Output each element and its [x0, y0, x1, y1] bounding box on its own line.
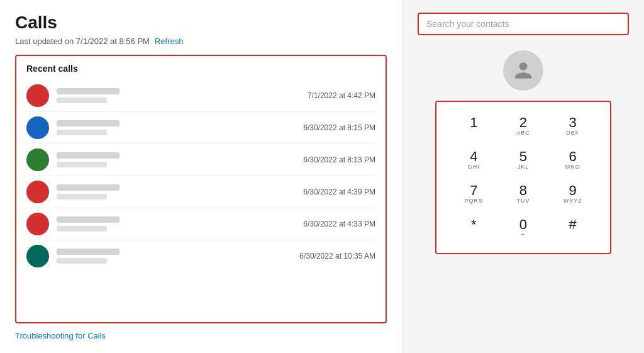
- call-info: [57, 120, 303, 135]
- dialpad-key-1[interactable]: 1: [449, 109, 499, 143]
- dialpad-key-5[interactable]: 5 JKL: [499, 143, 548, 177]
- dialpad-key-4[interactable]: 4 GHI: [449, 143, 499, 177]
- dialpad-key-3[interactable]: 3 DEF: [548, 109, 597, 143]
- call-item[interactable]: 6/30/2022 at 4:33 PM: [26, 208, 375, 240]
- key-number: *: [471, 218, 477, 232]
- call-name: [57, 249, 119, 255]
- key-letters: PQRS: [465, 198, 484, 205]
- call-name: [57, 152, 119, 159]
- key-letters: JKL: [518, 164, 530, 171]
- key-number: 3: [569, 116, 577, 130]
- key-number: 9: [569, 184, 577, 198]
- call-item[interactable]: 6/30/2022 at 8:15 PM: [26, 112, 375, 144]
- key-number: #: [569, 218, 577, 232]
- dialpad-key-9[interactable]: 9 WXYZ: [548, 177, 597, 211]
- dialpad: 1 2 ABC 3 DEF 4 GHI 5 JKL 6 MNO 7 PQRS 8…: [435, 101, 611, 254]
- dialpad-key-0[interactable]: 0 +: [499, 211, 548, 245]
- call-name: [57, 216, 119, 223]
- call-info: [57, 249, 299, 264]
- calls-list: 7/1/2022 at 4:42 PM 6/30/2022 at 8:15 PM…: [26, 80, 375, 272]
- key-number: 5: [519, 150, 527, 164]
- dialpad-key-#[interactable]: #: [548, 211, 597, 245]
- key-letters: ABC: [516, 130, 530, 137]
- call-info: [57, 152, 303, 167]
- recent-calls-box: Recent calls 7/1/2022 at 4:42 PM 6/30/20…: [15, 55, 387, 323]
- key-number: 0: [519, 218, 527, 232]
- recent-calls-title: Recent calls: [26, 64, 375, 74]
- last-updated-row: Last updated on 7/1/2022 at 8:56 PM Refr…: [15, 36, 387, 46]
- key-letters: +: [521, 232, 525, 239]
- key-number: 1: [470, 116, 477, 130]
- call-avatar: [26, 116, 49, 139]
- call-item[interactable]: 6/30/2022 at 8:13 PM: [26, 144, 375, 176]
- call-sub: [57, 98, 107, 103]
- key-letters: DEF: [566, 130, 579, 137]
- call-sub: [57, 130, 107, 135]
- call-sub: [57, 194, 107, 199]
- call-name: [57, 88, 119, 94]
- key-letters: TUV: [516, 198, 530, 205]
- call-item[interactable]: 7/1/2022 at 4:42 PM: [26, 80, 375, 112]
- dialpad-key-2[interactable]: 2 ABC: [499, 109, 548, 143]
- call-info: [57, 216, 303, 232]
- right-panel: 1 2 ABC 3 DEF 4 GHI 5 JKL 6 MNO 7 PQRS 8…: [402, 0, 644, 353]
- last-updated-text: Last updated on 7/1/2022 at 8:56 PM: [15, 36, 150, 46]
- dialpad-key-*[interactable]: *: [449, 211, 499, 245]
- dialpad-key-6[interactable]: 6 MNO: [548, 143, 597, 177]
- call-avatar: [26, 84, 49, 107]
- call-time: 6/30/2022 at 8:13 PM: [303, 155, 375, 164]
- call-sub: [57, 162, 107, 167]
- key-number: 6: [569, 150, 577, 164]
- key-number: 7: [470, 184, 477, 198]
- call-avatar: [26, 213, 49, 235]
- call-avatar: [26, 245, 49, 267]
- call-time: 7/1/2022 at 4:42 PM: [308, 91, 375, 100]
- key-number: 8: [519, 184, 527, 198]
- call-avatar: [26, 148, 49, 171]
- key-number: 2: [519, 116, 527, 130]
- call-item[interactable]: 6/30/2022 at 10:35 AM: [26, 240, 375, 272]
- call-sub: [57, 258, 107, 264]
- page-title: Calls: [15, 13, 387, 33]
- dialpad-grid: 1 2 ABC 3 DEF 4 GHI 5 JKL 6 MNO 7 PQRS 8…: [449, 109, 597, 245]
- person-icon: [513, 60, 533, 81]
- call-info: [57, 88, 308, 103]
- key-number: 4: [470, 150, 477, 164]
- search-input[interactable]: [418, 13, 629, 35]
- call-name: [57, 184, 119, 191]
- call-time: 6/30/2022 at 4:39 PM: [303, 188, 375, 196]
- call-item[interactable]: 6/30/2022 at 4:39 PM: [26, 176, 375, 208]
- call-time: 6/30/2022 at 8:15 PM: [303, 123, 375, 132]
- call-sub: [57, 226, 107, 232]
- key-letters: GHI: [468, 164, 480, 171]
- troubleshoot-link[interactable]: Troubleshooting for Calls: [15, 331, 387, 340]
- call-avatar: [26, 181, 49, 203]
- refresh-button[interactable]: Refresh: [155, 36, 184, 46]
- dialpad-key-8[interactable]: 8 TUV: [499, 177, 548, 211]
- call-time: 6/30/2022 at 4:33 PM: [303, 220, 375, 228]
- call-time: 6/30/2022 at 10:35 AM: [299, 252, 375, 261]
- dialpad-key-7[interactable]: 7 PQRS: [449, 177, 499, 211]
- left-panel: Calls Last updated on 7/1/2022 at 8:56 P…: [0, 0, 402, 353]
- contact-avatar: [503, 50, 543, 91]
- key-letters: MNO: [565, 164, 580, 171]
- key-letters: WXYZ: [564, 198, 582, 205]
- call-info: [57, 184, 303, 199]
- call-name: [57, 120, 119, 126]
